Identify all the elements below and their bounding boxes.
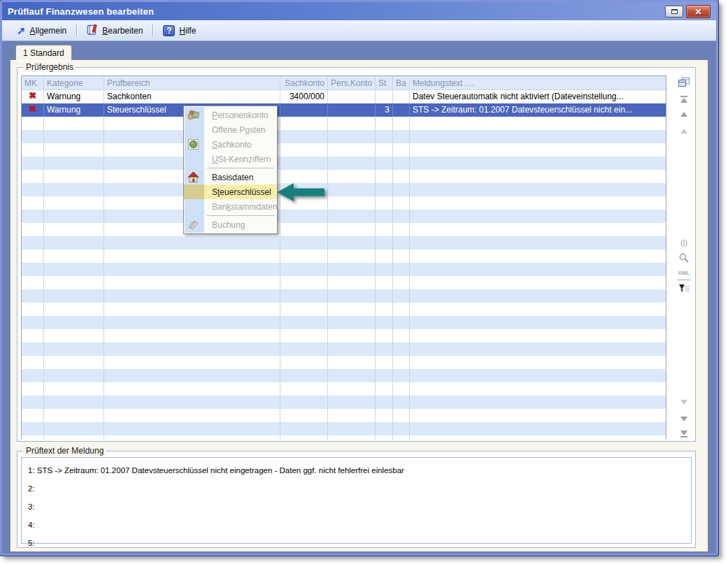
menu-item-ust-kennziffern: USt-Kennziffern [184, 152, 277, 166]
help-icon [163, 25, 175, 36]
menu-item-label: USt-Kennziffern [212, 154, 271, 164]
window-controls [665, 5, 711, 18]
menu-item-label: Buchung [212, 220, 245, 230]
toolbar-bearbeiten-label: Bearbeiten [102, 26, 143, 36]
persons-account-icon [187, 109, 200, 121]
table-row-selected[interactable]: Warnung Steuerschlüssel 3 STS -> Zeitrau… [22, 103, 666, 117]
toolbar-separator [76, 24, 77, 37]
tab-standard-label: 1 Standard [23, 48, 64, 58]
scroll-down-icon[interactable] [677, 412, 691, 426]
restore-icon [671, 9, 678, 14]
menu-item-steuerschluessel[interactable]: Steuerschlüssel [184, 185, 277, 199]
row-mk-cell [22, 90, 44, 103]
row-st-cell [376, 90, 393, 103]
close-icon [694, 5, 701, 17]
row-ba-cell [393, 90, 410, 103]
toolbar: Allgemein Bearbeiten Hilfe [2, 20, 716, 41]
close-button[interactable] [686, 5, 711, 18]
toolbar-separator [152, 24, 153, 37]
col-header-ba[interactable]: Ba [393, 76, 410, 89]
menu-item-label: Personenkonto [212, 110, 269, 120]
search-icon[interactable] [677, 251, 691, 265]
row-meldungstext-cell: Datev Steuerautomatik nicht aktiviert (D… [410, 90, 666, 103]
menu-item-label: Bankstammdaten [212, 202, 277, 212]
menu-item-buchung: Buchung [184, 217, 277, 232]
row-kategorie-cell: Warnung [44, 103, 104, 117]
menu-item-offene-posten: Offene Posten [184, 122, 277, 137]
prueftext-line: 5: [28, 534, 685, 552]
tab-standard[interactable]: 1 Standard [15, 45, 72, 60]
row-perskonto-cell [328, 103, 376, 117]
prueftext-group-label: Prüftext der Meldung [23, 446, 106, 456]
prueftext-box[interactable]: 1: STS -> Zeitraum: 01.2007 Datevsteuers… [21, 457, 692, 544]
row-sachkonto-cell [280, 103, 328, 117]
window-title: Prüflauf Finanzwesen bearbeiten [8, 6, 154, 17]
menu-item-label: Steuerschlüssel [212, 187, 271, 197]
toolbar-bearbeiten-button[interactable]: Bearbeiten [80, 22, 149, 40]
row-pruefbereich-cell: Sachkonten [104, 90, 280, 103]
menu-item-sachkonto: Sachkonto [184, 137, 277, 152]
menu-item-personenkonto: Personenkonto [184, 108, 277, 122]
ledger-icon [187, 219, 200, 231]
prueftext-line: 2: [28, 479, 685, 498]
row-sachkonto-cell: 3400/000 [280, 90, 328, 103]
column-chooser-icon[interactable] [677, 75, 691, 89]
toolbar-allgemein-button[interactable]: Allgemein [10, 24, 73, 38]
filter-icon[interactable] [677, 282, 691, 296]
house-icon [187, 171, 200, 183]
menu-separator [207, 215, 274, 216]
scroll-to-bottom-icon[interactable] [677, 427, 691, 441]
arrow-up-right-icon [17, 26, 26, 36]
row-meldungstext-cell: STS -> Zeitraum: 01.2007 Datevsteuerschl… [410, 103, 666, 117]
col-header-kategorie[interactable]: Kategorie [44, 76, 104, 89]
menu-item-label: Offene Posten [212, 125, 266, 135]
col-header-sachkonto[interactable]: Sachkonto [280, 76, 328, 89]
prueftext-group: Prüftext der Meldung 1: STS -> Zeitraum:… [17, 451, 696, 548]
toolbar-hilfe-label: Hilfe [179, 26, 196, 36]
scroll-down-faint-icon[interactable] [677, 395, 691, 409]
table-header-row: MK Kategorie Prüfbereich Sachkonto Pers.… [22, 76, 666, 90]
prueftext-line: 1: STS -> Zeitraum: 01.2007 Datevsteuers… [28, 461, 685, 479]
prueftext-line: 4: [28, 516, 685, 534]
dialog-window: Prüflauf Finanzwesen bearbeiten Allgemei… [0, 0, 718, 556]
col-header-pruefbereich[interactable]: Prüfbereich [104, 76, 280, 89]
error-x-icon [29, 91, 36, 101]
menu-item-bankstammdaten: Bankstammdaten [184, 199, 277, 214]
xml-export-icon[interactable]: XML [677, 266, 691, 280]
context-menu: Personenkonto Offene Posten Sachkonto US… [183, 106, 278, 234]
table-empty-rows [22, 117, 666, 440]
row-mk-cell [22, 103, 44, 117]
menu-separator [207, 168, 274, 168]
col-header-mk[interactable]: MK [22, 76, 44, 89]
toolbar-hilfe-button[interactable]: Hilfe [157, 23, 202, 38]
result-table: MK Kategorie Prüfbereich Sachkonto Pers.… [21, 75, 666, 439]
gl-account-icon [187, 138, 200, 150]
row-ba-cell [393, 103, 410, 117]
prueftext-line: 3: [28, 498, 685, 516]
error-x-icon [29, 104, 36, 114]
row-kategorie-cell: Warnung [44, 90, 104, 103]
row-st-cell: 3 [376, 103, 393, 117]
annotation-arrow-icon [277, 182, 324, 205]
titlebar[interactable]: Prüflauf Finanzwesen bearbeiten [2, 2, 716, 20]
selection-brackets-icon[interactable]: (|) [677, 236, 691, 250]
grid-tool-column: (|) XML [676, 68, 692, 441]
menu-item-label: Basisdaten [212, 173, 253, 182]
scroll-up-faint-icon[interactable] [677, 124, 691, 138]
pruefergebnis-group: Prüfergebnis MK Kategorie Prüfbereich Sa… [17, 67, 696, 442]
menu-item-label: Sachkonto [212, 140, 252, 150]
scroll-to-top-icon[interactable] [677, 92, 691, 106]
row-perskonto-cell [328, 90, 376, 103]
col-header-meldungstext[interactable]: Meldungstext .... [410, 76, 666, 89]
pruefergebnis-group-label: Prüfergebnis [23, 62, 76, 72]
main-panel: Prüfergebnis MK Kategorie Prüfbereich Sa… [10, 59, 708, 552]
table-row[interactable]: Warnung Sachkonten 3400/000 Datev Steuer… [22, 90, 666, 103]
col-header-perskonto[interactable]: Pers.Konto [328, 76, 376, 89]
restore-button[interactable] [665, 6, 683, 17]
scroll-up-icon[interactable] [677, 107, 691, 121]
edit-document-icon [87, 24, 98, 38]
toolbar-allgemein-label: Allgemein [30, 26, 67, 36]
col-header-st[interactable]: St [376, 76, 393, 89]
menu-item-basisdaten[interactable]: Basisdaten [184, 170, 277, 185]
